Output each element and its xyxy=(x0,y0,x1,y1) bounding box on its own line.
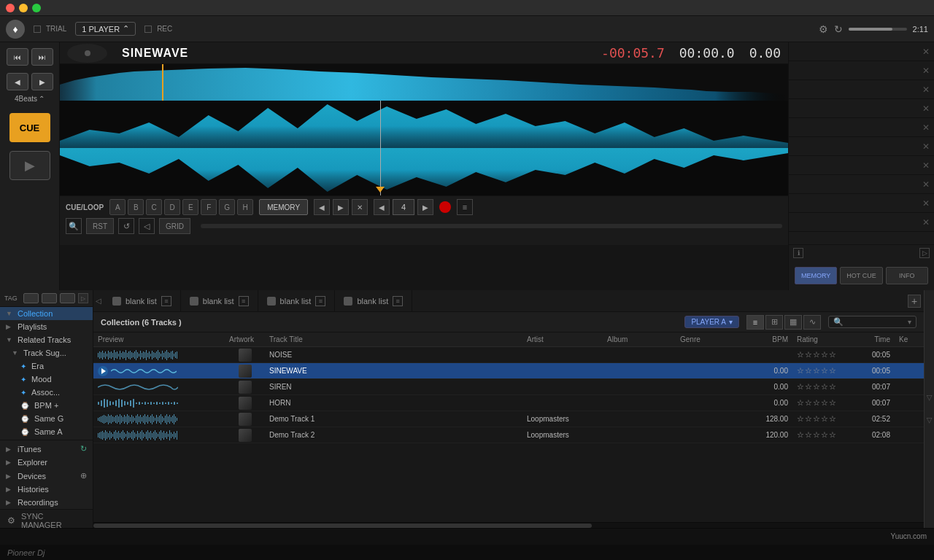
cue-btn-f[interactable]: F xyxy=(201,199,217,215)
star-2-sw[interactable]: ☆ xyxy=(805,366,812,376)
loop-close-button[interactable]: ✕ xyxy=(352,199,368,215)
tag-chip-1[interactable] xyxy=(23,293,39,303)
cue-btn-a[interactable]: A xyxy=(109,199,126,215)
rec-checkbox[interactable] xyxy=(144,26,152,33)
menu-button[interactable]: ≡ xyxy=(457,199,473,215)
tab-1-menu-icon[interactable]: ≡ xyxy=(161,296,171,306)
sync-manager[interactable]: ⚙ SYNC MANAGER xyxy=(0,509,93,528)
rp-info-button[interactable]: INFO xyxy=(886,267,928,284)
star-1-h[interactable]: ☆ xyxy=(797,398,804,408)
player-selector[interactable]: 1 PLAYER ⌃ xyxy=(75,22,136,36)
th-title[interactable]: Track Title xyxy=(265,334,522,345)
rst-button[interactable]: RST xyxy=(86,218,114,234)
cover-view-button[interactable]: ▦ xyxy=(784,315,802,330)
star-5-sw[interactable]: ☆ xyxy=(829,366,836,376)
th-time[interactable]: Time xyxy=(858,334,895,345)
sidebar-item-collection[interactable]: ▼ Collection xyxy=(0,307,93,320)
cue-btn-b[interactable]: B xyxy=(128,199,144,215)
rewind-button[interactable]: ⏮ xyxy=(7,48,28,66)
tab-4-menu-icon[interactable]: ≡ xyxy=(393,296,403,306)
next-button[interactable]: ▶ xyxy=(31,73,53,90)
sidebar-item-explorer[interactable]: ▶ Explorer xyxy=(0,456,93,469)
search-dropdown-icon[interactable]: ▾ xyxy=(908,318,911,326)
sidebar-item-playlists[interactable]: ▶ Playlists xyxy=(0,320,93,333)
memory-button[interactable]: MEMORY xyxy=(259,199,308,215)
cue-btn-g[interactable]: G xyxy=(219,199,235,215)
sidebar-item-histories[interactable]: ▶ Histories xyxy=(0,483,93,496)
star-4-h[interactable]: ☆ xyxy=(821,398,828,408)
tab-2-menu-icon[interactable]: ≡ xyxy=(239,296,249,306)
sidebar-item-itunes[interactable]: ▶ iTunes ↻ xyxy=(0,442,93,456)
sidebar-item-era[interactable]: ✦ Era xyxy=(0,359,93,373)
waveform-detail[interactable] xyxy=(60,101,788,195)
close-10-icon[interactable]: ✕ xyxy=(922,217,930,228)
maximize-button[interactable] xyxy=(32,4,41,12)
close-4-icon[interactable]: ✕ xyxy=(922,104,930,114)
close-9-icon[interactable]: ✕ xyxy=(922,198,930,209)
star-5-d2[interactable]: ☆ xyxy=(829,430,836,440)
star-1-si[interactable]: ☆ xyxy=(797,382,804,392)
cue-btn-h[interactable]: H xyxy=(237,199,253,215)
th-genre[interactable]: Genre xyxy=(676,334,741,345)
play-button[interactable]: ▶ xyxy=(9,151,50,180)
star-1[interactable]: ☆ xyxy=(797,350,804,359)
list-view-button[interactable]: ≡ xyxy=(746,315,764,330)
sidebar-item-samea[interactable]: ⌚ Same A xyxy=(0,425,93,438)
back-icon[interactable]: ◁ xyxy=(139,218,155,234)
star-5-si[interactable]: ☆ xyxy=(829,382,836,392)
content-tab-4[interactable]: blank list ≡ xyxy=(335,290,412,312)
star-4-sw[interactable]: ☆ xyxy=(821,366,828,376)
h-scrollbar[interactable] xyxy=(93,522,924,528)
star-3[interactable]: ☆ xyxy=(813,350,820,359)
rp-memory-button[interactable]: MEMORY xyxy=(795,267,837,284)
star-4[interactable]: ☆ xyxy=(821,350,828,359)
star-2[interactable]: ☆ xyxy=(805,350,812,359)
right-collapse-strip[interactable]: ▷ ▷ xyxy=(924,290,934,528)
tab-collapse-button[interactable]: ◁ xyxy=(93,290,104,311)
star-3-h[interactable]: ☆ xyxy=(813,398,820,408)
th-artist[interactable]: Artist xyxy=(522,334,603,345)
star-4-d2[interactable]: ☆ xyxy=(821,430,828,440)
close-2-icon[interactable]: ✕ xyxy=(922,66,930,76)
star-2-d2[interactable]: ☆ xyxy=(805,430,812,440)
settings-icon[interactable]: ⚙ xyxy=(819,23,828,35)
close-6-icon[interactable]: ✕ xyxy=(922,141,930,152)
waveform-overview[interactable] xyxy=(60,64,788,101)
star-1-d1[interactable]: ☆ xyxy=(797,414,804,424)
loop-prev-button[interactable]: ◀ xyxy=(314,199,330,215)
tab-3-menu-icon[interactable]: ≡ xyxy=(315,296,325,306)
player-selector-dropdown[interactable]: PLAYER A ▾ xyxy=(684,316,739,328)
minimize-button[interactable] xyxy=(19,4,28,12)
star-5-h[interactable]: ☆ xyxy=(829,398,836,408)
close-8-icon[interactable]: ✕ xyxy=(922,179,930,190)
content-tab-2[interactable]: blank list ≡ xyxy=(181,290,258,312)
sidebar-item-related-tracks[interactable]: ▼ Related Tracks xyxy=(0,333,93,346)
star-4-si[interactable]: ☆ xyxy=(821,382,828,392)
close-button[interactable] xyxy=(6,4,15,12)
star-5-d1[interactable]: ☆ xyxy=(829,414,836,424)
sidebar-item-sameg[interactable]: ⌚ Same G xyxy=(0,412,93,425)
star-3-d2[interactable]: ☆ xyxy=(813,430,820,440)
close-1-icon[interactable]: ✕ xyxy=(922,47,930,57)
content-tab-3[interactable]: blank list ≡ xyxy=(258,290,336,312)
volume-slider[interactable] xyxy=(849,28,907,31)
th-rating[interactable]: Rating xyxy=(792,334,858,345)
cue-btn-e[interactable]: E xyxy=(182,199,198,215)
star-4-d1[interactable]: ☆ xyxy=(821,414,828,424)
waveform-view-button[interactable]: ∿ xyxy=(803,315,821,330)
sidebar-item-mood[interactable]: ✦ Mood xyxy=(0,373,93,386)
trial-checkbox[interactable] xyxy=(34,26,41,33)
content-tab-1[interactable]: blank list ≡ xyxy=(104,290,181,312)
prev-button[interactable]: ◀ xyxy=(7,73,28,90)
pitch-slider[interactable] xyxy=(201,224,782,228)
cue-button[interactable]: CUE xyxy=(9,113,50,142)
th-key[interactable]: Ke xyxy=(895,334,924,345)
loop-play-button[interactable]: ▶ xyxy=(333,199,349,215)
star-3-si[interactable]: ☆ xyxy=(813,382,820,392)
loop-icon[interactable]: ↺ xyxy=(118,218,134,234)
table-row-horn[interactable]: HORN 0.00 ☆ ☆ ☆ ☆ ☆ 00:07 xyxy=(93,395,924,411)
star-3-sw[interactable]: ☆ xyxy=(813,366,820,376)
add-tab-button[interactable]: + xyxy=(908,295,921,308)
close-7-icon[interactable]: ✕ xyxy=(922,160,930,171)
grid-label[interactable]: GRID xyxy=(159,218,190,234)
